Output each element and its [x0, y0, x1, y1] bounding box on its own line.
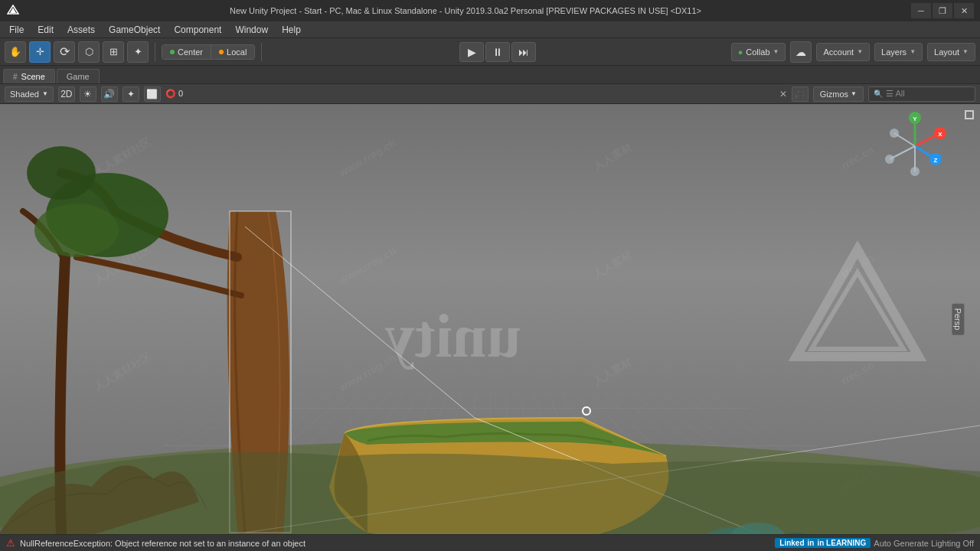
close-button[interactable]: ✕	[954, 3, 974, 18]
audio-button[interactable]: 🔊	[101, 86, 118, 102]
persp-label[interactable]: Persp	[952, 304, 965, 335]
collab-button[interactable]: ● Collab ▼	[731, 43, 786, 61]
effects-button[interactable]: ✦	[122, 86, 139, 102]
svg-text:X: X	[938, 131, 942, 138]
svg-text:Z: Z	[934, 157, 938, 164]
svg-line-6	[245, 227, 475, 418]
scene-svg: unity	[0, 104, 980, 534]
gizmos-button[interactable]: Gizmos ▼	[813, 86, 864, 102]
svg-text:Y: Y	[913, 116, 917, 122]
toolbar-right: ● Collab ▼ ☁ Account ▼ Layers ▼ Layout ▼	[731, 41, 975, 63]
svg-marker-16	[796, 249, 919, 357]
play-button[interactable]: ▶	[459, 42, 484, 62]
counter-icon: ⭕	[165, 89, 176, 98]
collab-arrow-icon: ▼	[773, 48, 779, 55]
search-box[interactable]: 🔍 ☰ All	[868, 86, 975, 102]
svg-point-4	[34, 204, 119, 257]
menu-bar: File Edit Assets GameObject Component Wi…	[0, 21, 980, 38]
svg-marker-17	[812, 272, 903, 349]
tabs-bar: # Scene Game	[0, 66, 980, 84]
camera-icon-btn[interactable]: 🎥	[792, 86, 808, 102]
tab-game[interactable]: Game	[57, 69, 100, 83]
separator-1	[155, 43, 155, 61]
move-tool-button[interactable]: ✛	[29, 41, 51, 63]
menu-assets[interactable]: Assets	[61, 23, 101, 37]
minimize-button[interactable]: ─	[911, 3, 931, 18]
2d-button[interactable]: 2D	[58, 86, 75, 102]
grid-overlay	[120, 393, 860, 469]
layers-arrow-icon: ▼	[910, 48, 916, 55]
rect-tool-button[interactable]: ⊞	[103, 41, 124, 63]
menu-edit[interactable]: Edit	[31, 23, 60, 37]
transform-tool-button[interactable]: ✦	[127, 41, 149, 63]
scene-settings-icon: ✕	[779, 89, 787, 99]
menu-window[interactable]: Window	[229, 23, 274, 37]
step-button[interactable]: ⏭	[511, 42, 536, 62]
linkedin-in-icon: in	[808, 539, 815, 547]
scene-toolbar: Shaded ▼ 2D ☀ 🔊 ✦ ⬜ ⭕ 0 ✕ 🎥 Gizmos ▼ 🔍 ☰…	[0, 84, 980, 104]
pause-button[interactable]: ⏸	[485, 42, 510, 62]
shading-arrow-icon: ▼	[42, 90, 48, 97]
svg-text:unity: unity	[384, 302, 521, 370]
pivot-toggle: Center Local	[162, 44, 255, 60]
svg-rect-9	[230, 211, 291, 533]
counter-label: ⭕ 0	[165, 89, 183, 99]
status-right: Linked in in LEARNING Auto Generate Ligh…	[775, 538, 974, 548]
playback-group: ▶ ⏸ ⏭	[459, 42, 536, 62]
hand-tool-button[interactable]: ✋	[5, 41, 26, 63]
account-arrow-icon: ▼	[857, 48, 863, 55]
scale-tool-button[interactable]: ⬡	[78, 41, 100, 63]
restore-button[interactable]: ❐	[933, 3, 952, 18]
local-dot	[219, 50, 224, 54]
window-title: New Unity Project - Start - PC, Mac & Li…	[26, 6, 905, 15]
gizmo-widget: Y X Z	[880, 112, 949, 181]
svg-point-30	[890, 129, 899, 138]
layout-arrow-icon: ▼	[962, 48, 969, 55]
gizmos-arrow-icon: ▼	[851, 90, 857, 97]
app-icon	[6, 4, 20, 18]
scene-canvas: 人人素材社区 www.rreg.ch 人人素材 rrec.cn 人人素材社区 w…	[0, 104, 980, 534]
layers-button[interactable]: Layers ▼	[874, 43, 923, 61]
menu-help[interactable]: Help	[276, 23, 307, 37]
svg-point-5	[27, 146, 96, 200]
error-icon: ⚠	[6, 537, 15, 549]
lighting-button[interactable]: ☀	[80, 86, 96, 102]
local-button[interactable]: Local	[211, 45, 254, 59]
toolbar: ✋ ✛ ⟳ ⬡ ⊞ ✦ Center Local ▶ ⏸ ⏭ ● Collab …	[0, 38, 980, 66]
lighting-status: Auto Generate Lighting Off	[874, 539, 974, 548]
watermark-grid: 人人素材社区 www.rreg.ch 人人素材 rrec.cn 人人素材社区 w…	[0, 104, 980, 534]
rotate-tool-button[interactable]: ⟳	[54, 41, 75, 63]
svg-point-11	[701, 527, 769, 534]
menu-component[interactable]: Component	[168, 23, 227, 37]
error-message[interactable]: ⚠ NullReferenceException: Object referen…	[6, 537, 305, 549]
svg-point-3	[46, 173, 168, 257]
play-controls: ▶ ⏸ ⏭	[268, 42, 727, 62]
center-button[interactable]: Center	[162, 45, 211, 59]
cloud-button[interactable]: ☁	[790, 41, 812, 63]
svg-point-32	[910, 167, 920, 176]
collab-icon: ●	[738, 47, 743, 57]
linkedin-badge: Linked in in LEARNING	[775, 538, 871, 548]
shading-dropdown[interactable]: Shaded ▼	[5, 86, 54, 102]
resize-handle[interactable]	[965, 110, 974, 119]
window-controls: ─ ❐ ✕	[911, 3, 974, 18]
svg-point-13	[731, 523, 785, 534]
search-icon: 🔍	[874, 90, 883, 98]
menu-gameobject[interactable]: GameObject	[103, 23, 166, 37]
menu-file[interactable]: File	[3, 23, 30, 37]
svg-point-12	[766, 533, 827, 534]
scene-view[interactable]: 人人素材社区 www.rreg.ch 人人素材 rrec.cn 人人素材社区 w…	[0, 104, 980, 534]
account-button[interactable]: Account ▼	[816, 43, 870, 61]
title-bar: New Unity Project - Start - PC, Mac & Li…	[0, 0, 980, 21]
svg-point-28	[885, 155, 894, 164]
tab-scene[interactable]: # Scene	[3, 69, 55, 83]
layout-button[interactable]: Layout ▼	[927, 43, 975, 61]
separator-2	[261, 43, 262, 61]
scene-toolbar-right: ✕ 🎥 Gizmos ▼ 🔍 ☰ All	[779, 86, 975, 102]
center-dot	[170, 50, 175, 54]
status-bar: ⚠ NullReferenceException: Object referen…	[0, 534, 980, 551]
camera-button[interactable]: ⬜	[144, 86, 161, 102]
